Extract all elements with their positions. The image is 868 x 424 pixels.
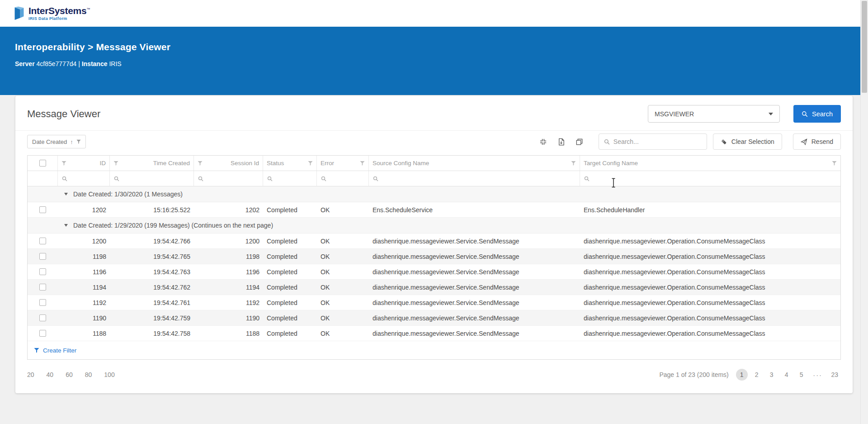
cell-source: diashenrique.messageviewer.Service.SendM…	[369, 295, 580, 310]
page-button-4[interactable]: 4	[781, 369, 793, 381]
page-size-80[interactable]: 80	[85, 371, 92, 378]
cell-target: diashenrique.messageviewer.Operation.Con…	[580, 233, 840, 248]
cell-target: diashenrique.messageviewer.Operation.Con…	[580, 295, 840, 310]
filter-input-session-id[interactable]	[194, 171, 263, 186]
cell-session: 1196	[194, 264, 263, 279]
table-row[interactable]: 1196 19:54:42.763 1196 Completed OK dias…	[28, 264, 840, 280]
send-icon	[801, 138, 807, 145]
collapse-arrow-icon[interactable]	[64, 224, 68, 227]
filter-input-status[interactable]	[263, 171, 317, 186]
row-checkbox[interactable]	[39, 330, 46, 337]
search-icon	[114, 176, 119, 181]
column-header-error[interactable]: Error	[317, 156, 369, 171]
cell-time: 15:16:25.522	[110, 202, 194, 217]
page-size-20[interactable]: 20	[27, 371, 34, 378]
row-checkbox-cell	[28, 280, 58, 295]
filter-funnel-icon	[198, 161, 203, 166]
page-size-100[interactable]: 100	[104, 371, 114, 378]
cell-time: 19:54:42.759	[110, 310, 194, 325]
cell-session: 1202	[194, 202, 263, 217]
column-header-source-config-name[interactable]: Source Config Name	[369, 156, 580, 171]
grid-search-input[interactable]	[613, 138, 702, 145]
filter-input-source-config-name[interactable]	[369, 171, 580, 186]
filter-funnel-icon	[360, 161, 365, 166]
create-filter-link[interactable]: Create Filter	[28, 341, 840, 359]
cell-id: 1196	[58, 264, 110, 279]
filter-funnel-icon	[308, 161, 313, 166]
table-row[interactable]: 1200 19:54:42.766 1200 Completed OK dias…	[28, 233, 840, 249]
cell-source: diashenrique.messageviewer.Service.SendM…	[369, 326, 580, 341]
row-checkbox[interactable]	[39, 268, 46, 275]
instance-value: IRIS	[109, 60, 121, 67]
cell-error: OK	[317, 202, 369, 217]
column-header-status[interactable]: Status	[263, 156, 317, 171]
table-row[interactable]: 1188 19:54:42.758 1188 Completed OK dias…	[28, 326, 840, 341]
group-row[interactable]: Date Created: 1/30/2020 (1 Messages)	[28, 186, 840, 202]
search-button[interactable]: Search	[793, 105, 841, 123]
cell-target: diashenrique.messageviewer.Operation.Con…	[580, 326, 840, 341]
filter-funnel-icon	[34, 348, 39, 353]
filter-input-target-config-name[interactable]	[580, 171, 840, 186]
collapse-all-button[interactable]	[534, 134, 552, 149]
cell-status: Completed	[263, 202, 317, 217]
cell-id: 1200	[58, 233, 110, 248]
row-checkbox[interactable]	[39, 299, 46, 306]
row-checkbox[interactable]	[39, 238, 46, 244]
filter-input-id[interactable]	[58, 171, 110, 186]
cell-error: OK	[317, 249, 369, 264]
clear-selection-button[interactable]: Clear Selection	[713, 133, 782, 150]
column-header-session-id[interactable]: Session Id	[194, 156, 263, 171]
cell-status: Completed	[263, 280, 317, 295]
intersystems-logo[interactable]: InterSystems™ IRIS Data Platform	[13, 6, 90, 21]
row-checkbox-cell	[28, 202, 58, 217]
cell-id: 1194	[58, 280, 110, 295]
table-row[interactable]: 1194 19:54:42.762 1194 Completed OK dias…	[28, 280, 840, 295]
page-size-60[interactable]: 60	[66, 371, 73, 378]
row-checkbox[interactable]	[39, 253, 46, 260]
column-header-time-created[interactable]: Time Created	[110, 156, 194, 171]
filter-funnel-icon	[76, 139, 81, 144]
page-button-23[interactable]: 23	[828, 369, 841, 381]
grid-body: Date Created: 1/30/2020 (1 Messages) 120…	[28, 186, 840, 341]
page-button-5[interactable]: 5	[796, 369, 807, 381]
filter-input-time-created[interactable]	[110, 171, 194, 186]
pager-info: Page 1 of 23 (200 items)	[659, 371, 728, 378]
row-checkbox-cell	[28, 233, 58, 248]
card-title: Message Viewer	[27, 108, 100, 120]
collapse-arrow-icon[interactable]	[64, 193, 68, 195]
search-icon	[373, 176, 378, 181]
grid-filter-row	[28, 171, 840, 186]
namespace-select[interactable]: MSGVIEWER	[648, 105, 780, 123]
column-chooser-button[interactable]	[571, 134, 589, 149]
page-button-2[interactable]: 2	[751, 369, 763, 381]
table-row[interactable]: 1198 19:54:42.765 1198 Completed OK dias…	[28, 249, 840, 264]
group-by-chip[interactable]: Date Created ↑	[27, 135, 86, 148]
scrollbar-thumb[interactable]	[862, 1, 867, 93]
cell-session: 1194	[194, 280, 263, 295]
namespace-selected-value: MSGVIEWER	[655, 110, 694, 118]
row-checkbox[interactable]	[39, 314, 46, 321]
cell-session: 1192	[194, 295, 263, 310]
cell-source: diashenrique.messageviewer.Service.SendM…	[369, 233, 580, 248]
page-button-1[interactable]: 1	[736, 369, 748, 381]
table-row[interactable]: 1202 15:16:25.522 1202 Completed OK Ens.…	[28, 202, 840, 218]
page-button-3[interactable]: 3	[766, 369, 778, 381]
group-row[interactable]: Date Created: 1/29/2020 (199 Messages) (…	[28, 218, 840, 233]
instance-label: Instance	[82, 60, 108, 67]
row-checkbox[interactable]	[39, 284, 46, 291]
column-header-id[interactable]: ID	[58, 156, 110, 171]
row-checkbox-cell	[28, 326, 58, 341]
table-row[interactable]: 1190 19:54:42.759 1190 Completed OK dias…	[28, 310, 840, 326]
page-size-40[interactable]: 40	[47, 371, 54, 378]
column-chooser-icon	[576, 138, 583, 146]
table-row[interactable]: 1192 19:54:42.761 1192 Completed OK dias…	[28, 295, 840, 310]
resend-button[interactable]: Resend	[793, 133, 841, 150]
filter-input-error[interactable]	[317, 171, 369, 186]
chevron-down-icon	[769, 113, 773, 115]
row-checkbox[interactable]	[39, 206, 46, 213]
column-header-target-config-name[interactable]: Target Config Name	[580, 156, 840, 171]
vertical-scrollbar[interactable]	[860, 0, 868, 424]
export-button[interactable]	[552, 134, 571, 149]
message-viewer-card: Message Viewer MSGVIEWER Search Date Cre…	[15, 96, 853, 393]
select-all-checkbox[interactable]	[39, 160, 46, 167]
